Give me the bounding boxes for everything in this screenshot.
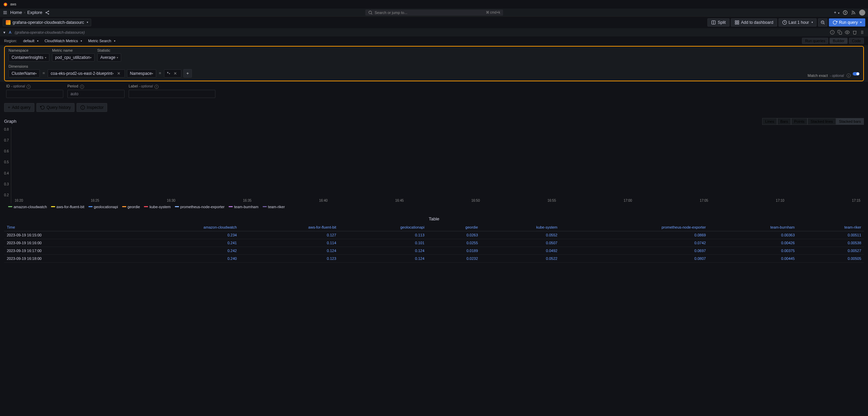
query-ref-id[interactable]: A bbox=[9, 30, 11, 34]
svg-line-8 bbox=[47, 11, 48, 12]
region-label: Region: bbox=[4, 39, 17, 43]
legend-item[interactable]: team-riker bbox=[263, 205, 285, 209]
svg-line-23 bbox=[823, 23, 824, 24]
query-help-icon[interactable] bbox=[830, 30, 835, 35]
add-to-dashboard-button[interactable]: Add to dashboard bbox=[731, 18, 777, 27]
legend-item[interactable]: prometheus-node-exporter bbox=[175, 205, 225, 209]
add-dimension-button[interactable]: + bbox=[183, 69, 192, 78]
table-header[interactable]: team-riker bbox=[798, 223, 864, 231]
breadcrumb-home[interactable]: Home bbox=[10, 10, 22, 15]
builder-mode-button[interactable]: Builder bbox=[830, 38, 847, 44]
graph-tab-bars[interactable]: Bars bbox=[777, 118, 791, 125]
label-label: Label - optional i bbox=[129, 84, 215, 89]
dimension-key-1[interactable]: ClusterName▾ bbox=[9, 69, 40, 78]
dimension-value-2[interactable]: *▾✕ bbox=[164, 69, 181, 78]
drag-handle-icon[interactable] bbox=[860, 30, 865, 35]
remove-dim-1-icon[interactable]: ✕ bbox=[116, 71, 122, 76]
label-help-icon[interactable]: i bbox=[154, 85, 159, 89]
help-icon[interactable] bbox=[843, 10, 848, 15]
chart-area[interactable]: 0.80.70.60.50.40.30.2 16:2016:2516:3016:… bbox=[4, 127, 864, 203]
chart-legend: amazon-cloudwatchaws-for-fluent-bitgeolo… bbox=[4, 203, 864, 210]
id-input[interactable] bbox=[6, 90, 63, 98]
delete-query-icon[interactable] bbox=[852, 30, 857, 35]
news-icon[interactable] bbox=[851, 10, 856, 15]
svg-point-6 bbox=[46, 12, 46, 13]
time-range-picker[interactable]: Last 1 hour ▾ bbox=[779, 18, 817, 27]
metric-mode-select[interactable]: Metric Search ▾ bbox=[88, 39, 115, 43]
table-row: 2023-09-19 16:17:000.2420.1240.1240.0189… bbox=[4, 247, 864, 254]
query-actions: + Add query Query history Inspector bbox=[0, 100, 868, 115]
plot-area: 16:2016:2516:3016:3516:4016:4516:5016:55… bbox=[11, 127, 864, 203]
user-avatar[interactable] bbox=[859, 10, 865, 16]
period-label: Period i bbox=[67, 84, 125, 89]
add-query-button[interactable]: + Add query bbox=[4, 103, 34, 112]
remove-dim-2-icon[interactable]: ✕ bbox=[172, 71, 178, 76]
table-header[interactable]: Time bbox=[4, 223, 124, 231]
menu-icon[interactable] bbox=[3, 10, 7, 15]
svg-point-13 bbox=[845, 14, 846, 14]
collapse-icon[interactable]: ▾ bbox=[3, 30, 5, 35]
svg-point-31 bbox=[863, 31, 863, 31]
legend-item[interactable]: aws-for-fluent-bit bbox=[51, 205, 84, 209]
run-queries-button[interactable]: Run queries bbox=[802, 38, 828, 44]
apps-icon bbox=[735, 20, 739, 25]
namespace-label: Namespace bbox=[9, 48, 49, 52]
table-header[interactable]: aws-for-fluent-bit bbox=[240, 223, 339, 231]
match-exact-label: Match exact bbox=[808, 73, 828, 78]
graph-tab-stacked-lines[interactable]: Stacked lines bbox=[807, 118, 836, 125]
table-header[interactable]: team-burnham bbox=[708, 223, 797, 231]
id-help-icon[interactable]: i bbox=[27, 85, 31, 89]
graph-title: Graph bbox=[4, 119, 16, 124]
match-exact-help-icon[interactable]: i bbox=[847, 73, 851, 78]
dimension-value-1[interactable]: coa-eks-prod2-us-east-2-blueprint▾✕ bbox=[48, 69, 125, 78]
query-type-select[interactable]: CloudWatch Metrics ▾ bbox=[45, 39, 82, 43]
duplicate-query-icon[interactable] bbox=[837, 30, 842, 35]
svg-point-10 bbox=[369, 11, 371, 14]
region-select[interactable]: default ▾ bbox=[23, 39, 38, 43]
inspector-button[interactable]: Inspector bbox=[77, 103, 107, 112]
match-exact-toggle[interactable] bbox=[853, 72, 859, 76]
graph-tab-points[interactable]: Points bbox=[791, 118, 808, 125]
table-header[interactable]: geordie bbox=[427, 223, 480, 231]
svg-point-33 bbox=[863, 32, 863, 32]
datasource-picker[interactable]: grafana-operator-cloudwatch-datasourc ▾ bbox=[3, 19, 91, 26]
run-query-button[interactable]: Run query ▾ bbox=[829, 18, 865, 27]
metric-name-select[interactable]: pod_cpu_utilization▾ bbox=[52, 53, 95, 62]
legend-item[interactable]: geolocationapi bbox=[88, 205, 118, 209]
label-input[interactable] bbox=[129, 90, 215, 98]
inspector-icon bbox=[80, 105, 85, 110]
legend-item[interactable]: kube-system bbox=[144, 205, 170, 209]
period-help-icon[interactable]: i bbox=[80, 85, 84, 89]
toggle-visibility-icon[interactable] bbox=[845, 30, 850, 35]
legend-item[interactable]: amazon-cloudwatch bbox=[8, 205, 47, 209]
legend-item[interactable]: geordie bbox=[122, 205, 140, 209]
svg-point-5 bbox=[48, 11, 49, 11]
dimension-key-2[interactable]: Namespace▾ bbox=[127, 69, 156, 78]
share-icon[interactable] bbox=[45, 10, 50, 15]
table-header[interactable]: geolocationapi bbox=[339, 223, 427, 231]
graph-tab-stacked-bars[interactable]: Stacked bars bbox=[836, 118, 864, 125]
zoom-out-button[interactable] bbox=[818, 18, 828, 27]
grafana-logo-icon bbox=[3, 2, 8, 7]
table-header[interactable]: amazon-cloudwatch bbox=[124, 223, 240, 231]
split-button[interactable]: Split bbox=[707, 18, 729, 27]
graph-tab-lines[interactable]: Lines bbox=[762, 118, 777, 125]
svg-rect-20 bbox=[737, 23, 739, 24]
table-header[interactable]: kube-system bbox=[481, 223, 560, 231]
table-header[interactable]: prometheus-node-exporter bbox=[560, 223, 708, 231]
clock-icon bbox=[782, 20, 787, 25]
breadcrumb: Home › Explore bbox=[10, 10, 42, 15]
query-history-button[interactable]: Query history bbox=[36, 103, 75, 112]
statistic-select[interactable]: Average▾ bbox=[97, 53, 121, 62]
svg-point-32 bbox=[862, 32, 862, 32]
period-input[interactable] bbox=[67, 90, 125, 98]
global-search[interactable]: Search or jump to... ⌘ cmd+k bbox=[365, 10, 503, 16]
svg-point-30 bbox=[862, 31, 862, 31]
namespace-select[interactable]: ContainerInsights▾ bbox=[9, 53, 49, 62]
code-mode-button[interactable]: Code bbox=[849, 38, 864, 44]
svg-point-27 bbox=[832, 33, 833, 33]
breadcrumb-explore[interactable]: Explore bbox=[27, 10, 42, 15]
legend-item[interactable]: team-burnham bbox=[229, 205, 259, 209]
y-axis: 0.80.70.60.50.40.30.2 bbox=[4, 127, 11, 203]
add-icon[interactable]: + ▾ bbox=[834, 10, 839, 15]
